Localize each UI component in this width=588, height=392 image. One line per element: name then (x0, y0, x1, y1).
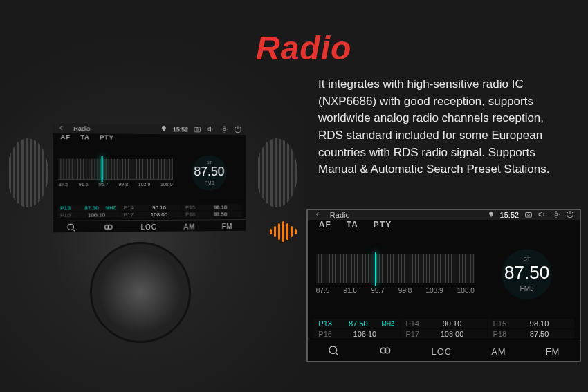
preset-slot[interactable]: P17108.00 (120, 212, 181, 218)
scale-tick: 103.9 (138, 182, 151, 187)
ta-mode[interactable]: TA (347, 220, 358, 230)
frequency-scale[interactable]: 87.5 91.6 95.7 99.8 103.9 108.0 (316, 230, 475, 319)
back-icon[interactable] (57, 124, 65, 133)
preset-frequency: 108.00 (145, 212, 174, 218)
preset-number: P14 (124, 205, 140, 211)
volume-icon[interactable] (207, 125, 215, 135)
vent-decoration (7, 138, 48, 207)
loc-button[interactable]: LOC (424, 344, 459, 360)
loc-button[interactable]: LOC (134, 221, 163, 234)
search-button[interactable] (59, 219, 84, 236)
pty-mode[interactable]: PTY (374, 220, 392, 230)
am-button[interactable]: AM (177, 220, 202, 233)
page-title: Radio (256, 29, 351, 67)
stereo-indicator: ST (523, 256, 530, 262)
af-mode[interactable]: AF (61, 133, 71, 140)
preset-number: P13 (318, 319, 335, 328)
preset-number: P16 (60, 212, 77, 218)
volume-icon[interactable] (538, 210, 546, 220)
scan-button[interactable] (372, 342, 398, 362)
svg-point-1 (196, 129, 199, 131)
preset-slot[interactable]: P1490.10 (401, 319, 487, 328)
svg-marker-2 (208, 127, 210, 131)
preset-frequency: 106.10 (82, 212, 111, 218)
brightness-icon[interactable] (221, 125, 229, 135)
current-band: FM3 (205, 180, 214, 185)
preset-slot[interactable]: P1387.50MHZ (57, 205, 120, 212)
preset-slot[interactable]: P1887.50 (182, 211, 242, 217)
rds-mode-row: AF TA PTY (308, 220, 580, 230)
scale-tick: 108.0 (457, 287, 475, 295)
status-bar: Radio 15:52 (308, 210, 580, 220)
location-icon[interactable] (488, 211, 495, 219)
preset-number: P17 (124, 212, 140, 218)
frequency-scale[interactable]: 87.5 91.6 95.7 99.8 103.9 108.0 (59, 140, 173, 205)
fm-button[interactable]: FM (539, 344, 567, 360)
camera-icon[interactable] (194, 125, 202, 135)
radio-screen-embedded: Radio 15:52 AF TA PTY 87.5 91.6 9 (53, 124, 246, 233)
feature-description: It integrates with high-sensitive radio … (318, 76, 567, 178)
preset-number: P13 (60, 205, 77, 212)
brightness-icon[interactable] (552, 210, 560, 220)
am-button[interactable]: AM (484, 344, 513, 360)
scale-tick: 108.0 (160, 182, 172, 187)
preset-number: P18 (185, 212, 202, 218)
preset-number: P15 (185, 205, 202, 211)
status-time: 15:52 (500, 211, 520, 219)
frequency-dial[interactable]: ST 87.50 FM3 (178, 141, 240, 205)
preset-frequency: 87.50 (82, 205, 101, 211)
preset-slot[interactable]: P1490.10 (120, 205, 181, 211)
svg-line-23 (336, 353, 338, 355)
preset-slot[interactable]: P16106.10 (313, 329, 400, 339)
preset-number: P15 (493, 319, 510, 328)
preset-number: P16 (318, 330, 335, 338)
scale-tick: 95.7 (99, 182, 109, 187)
power-icon[interactable] (234, 125, 242, 135)
preset-slot[interactable]: P1598.10 (488, 319, 574, 328)
scale-tick: 103.9 (426, 287, 443, 295)
pty-mode[interactable]: PTY (100, 133, 114, 140)
current-frequency: 87.50 (194, 165, 224, 179)
radio-ui: Radio 15:52 AF TA PTY 87.5 91.6 9 (53, 124, 246, 233)
frequency-dial[interactable]: ST 87.50 FM3 (482, 230, 571, 319)
scan-button[interactable] (97, 219, 120, 236)
af-mode[interactable]: AF (319, 220, 331, 230)
scale-tick: 99.8 (118, 182, 128, 187)
preset-number: P18 (493, 330, 510, 338)
preset-number: P14 (405, 319, 422, 328)
preset-slot[interactable]: P1598.10 (182, 205, 242, 211)
preset-slot[interactable]: P17108.00 (401, 329, 487, 339)
scale-tick: 91.6 (343, 287, 356, 295)
preset-slot[interactable]: P16106.10 (57, 212, 120, 218)
preset-slot[interactable]: P1387.50MHZ (313, 319, 400, 328)
back-icon[interactable] (313, 210, 322, 220)
radio-screen-enlarged: Radio 15:52 AF TA PTY 87.5 91.6 9 (306, 209, 581, 362)
power-icon[interactable] (566, 210, 574, 220)
svg-point-22 (329, 346, 337, 354)
search-button[interactable] (320, 342, 347, 362)
fm-button[interactable]: FM (215, 220, 239, 233)
svg-point-16 (555, 213, 558, 216)
scale-tick: 87.5 (316, 287, 329, 295)
ta-mode[interactable]: TA (80, 133, 90, 140)
radio-ui: Radio 15:52 AF TA PTY 87.5 91.6 9 (308, 210, 580, 361)
tuner-area: 87.5 91.6 95.7 99.8 103.9 108.0 ST 87.50… (53, 140, 246, 205)
svg-line-10 (73, 229, 75, 231)
preset-frequency: 98.10 (515, 319, 563, 328)
app-label: Radio (330, 211, 350, 219)
preset-grid: P1387.50MHZP1490.10P1598.10P16106.10P171… (53, 205, 246, 221)
preset-slot[interactable]: P1887.50 (488, 329, 574, 339)
svg-rect-0 (194, 127, 201, 132)
preset-frequency: 87.50 (206, 211, 235, 217)
preset-grid: P1387.50MHZP1490.10P1598.10P16106.10P171… (308, 319, 580, 341)
location-icon[interactable] (160, 125, 167, 133)
scale-tick: 87.5 (59, 182, 68, 187)
vent-decoration (256, 138, 297, 207)
preset-frequency: 90.10 (145, 205, 174, 211)
svg-point-14 (528, 214, 530, 216)
scale-tick: 95.7 (371, 287, 384, 295)
status-time: 15:52 (173, 126, 188, 133)
camera-icon[interactable] (524, 210, 533, 220)
preset-frequency: 87.50 (515, 330, 563, 338)
preset-frequency: 87.50 (341, 319, 375, 328)
